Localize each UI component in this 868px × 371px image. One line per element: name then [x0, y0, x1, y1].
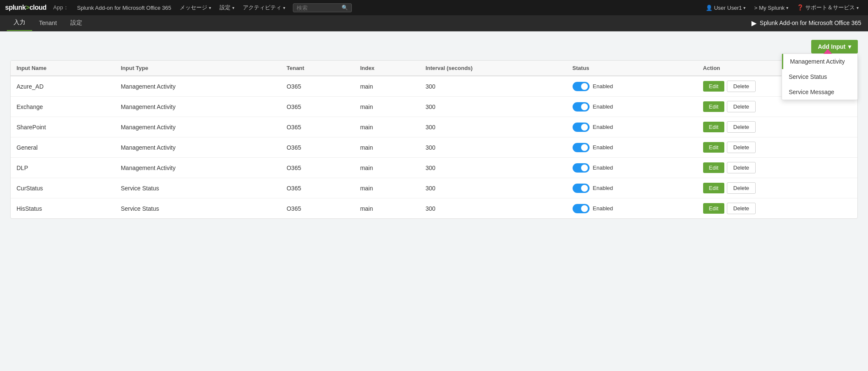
cell-action: Edit Delete: [697, 178, 857, 198]
status-toggle-wrap: Enabled: [573, 184, 691, 193]
nav-support[interactable]: ❓ サポート＆サービス ▾: [793, 0, 863, 15]
action-buttons: Edit Delete: [703, 121, 851, 133]
cell-interval: 300: [420, 137, 567, 158]
delete-button[interactable]: Delete: [727, 101, 756, 112]
delete-button[interactable]: Delete: [727, 162, 756, 173]
status-toggle-wrap: Enabled: [573, 82, 691, 91]
nav-settings[interactable]: 設定 ▾: [215, 0, 239, 15]
toggle-switch[interactable]: [573, 163, 590, 173]
toggle-switch[interactable]: [573, 184, 590, 193]
tab-input[interactable]: 入力: [7, 15, 32, 31]
nav-user[interactable]: 👤 User User1 ▾: [701, 0, 750, 15]
cell-tenant: O365: [281, 158, 354, 178]
cell-index: main: [354, 76, 420, 97]
dropdown-item-service-message[interactable]: Service Message: [782, 84, 857, 100]
cell-input-name: SharePoint: [11, 117, 115, 137]
tab-settings[interactable]: 設定: [64, 15, 89, 31]
cell-input-type: Service Status: [115, 198, 281, 219]
main-content: Add Input ▾ Management Activity Service …: [0, 31, 868, 227]
edit-button[interactable]: Edit: [703, 122, 724, 132]
cell-input-type: Management Activity: [115, 76, 281, 97]
action-buttons: Edit Delete: [703, 162, 851, 173]
cell-status: Enabled: [567, 158, 697, 178]
col-interval: Interval (seconds): [420, 61, 567, 76]
table-row: DLP Management Activity O365 main 300 En…: [11, 158, 857, 178]
edit-button[interactable]: Edit: [703, 162, 724, 173]
nav-messages[interactable]: メッセージ ▾: [175, 0, 215, 15]
edit-button[interactable]: Edit: [703, 203, 724, 214]
cell-tenant: O365: [281, 76, 354, 97]
toggle-slider[interactable]: [573, 184, 590, 193]
logo-text: splunk>cloud: [5, 4, 47, 11]
cell-input-type: Management Activity: [115, 137, 281, 158]
toggle-switch[interactable]: [573, 102, 590, 112]
logo[interactable]: splunk>cloud: [5, 4, 47, 11]
secondary-app-name: Splunk Add-on for Microsoft Office 365: [760, 20, 861, 26]
status-toggle-wrap: Enabled: [573, 143, 691, 152]
nav-mysplunk[interactable]: > My Splunk ▾: [750, 0, 793, 15]
toggle-slider[interactable]: [573, 102, 590, 112]
toggle-switch[interactable]: [573, 82, 590, 91]
cell-input-name: HisStatus: [11, 198, 115, 219]
cell-action: Edit Delete: [697, 137, 857, 158]
cell-status: Enabled: [567, 137, 697, 158]
action-buttons: Edit Delete: [703, 182, 851, 194]
col-input-type: Input Type: [115, 61, 281, 76]
toggle-slider[interactable]: [573, 204, 590, 213]
add-input-container: Add Input ▾ Management Activity Service …: [811, 40, 858, 53]
toggle-slider[interactable]: [573, 143, 590, 152]
table-header: Input Name Input Type Tenant Index Inter…: [11, 61, 857, 76]
action-buttons: Edit Delete: [703, 101, 851, 112]
action-buttons: Edit Delete: [703, 142, 851, 153]
dropdown-item-management-activity[interactable]: Management Activity: [782, 54, 857, 69]
inputs-table: Input Name Input Type Tenant Index Inter…: [10, 60, 858, 219]
tab-tenant[interactable]: Tenant: [32, 15, 64, 31]
status-toggle-wrap: Enabled: [573, 123, 691, 132]
toggle-slider[interactable]: [573, 82, 590, 91]
status-label: Enabled: [593, 83, 613, 89]
status-toggle-wrap: Enabled: [573, 102, 691, 112]
delete-button[interactable]: Delete: [727, 203, 756, 214]
delete-button[interactable]: Delete: [727, 121, 756, 133]
edit-button[interactable]: Edit: [703, 81, 724, 92]
cell-input-name: DLP: [11, 158, 115, 178]
cell-tenant: O365: [281, 137, 354, 158]
dropdown-item-service-status[interactable]: Service Status: [782, 69, 857, 84]
cell-input-name: Azure_AD: [11, 76, 115, 97]
cell-index: main: [354, 137, 420, 158]
cell-input-name: General: [11, 137, 115, 158]
edit-button[interactable]: Edit: [703, 142, 724, 153]
nav-activity[interactable]: アクティビティ ▾: [239, 0, 289, 15]
status-label: Enabled: [593, 185, 613, 191]
cell-tenant: O365: [281, 198, 354, 219]
cell-interval: 300: [420, 158, 567, 178]
delete-button[interactable]: Delete: [727, 182, 756, 194]
delete-button[interactable]: Delete: [727, 142, 756, 153]
app-name-nav[interactable]: Splunk Add-on for Microsoft Office 365: [73, 0, 175, 15]
cell-action: Edit Delete: [697, 198, 857, 219]
table-row: HisStatus Service Status O365 main 300 E…: [11, 198, 857, 219]
toggle-switch[interactable]: [573, 204, 590, 213]
edit-button[interactable]: Edit: [703, 101, 724, 112]
table-row: Azure_AD Management Activity O365 main 3…: [11, 76, 857, 97]
cell-interval: 300: [420, 178, 567, 198]
edit-button[interactable]: Edit: [703, 183, 724, 193]
status-label: Enabled: [593, 205, 613, 212]
table-row: SharePoint Management Activity O365 main…: [11, 117, 857, 137]
sec-nav-right: ▶ Splunk Add-on for Microsoft Office 365: [751, 19, 861, 27]
toggle-slider[interactable]: [573, 123, 590, 132]
toggle-slider[interactable]: [573, 163, 590, 173]
search-box[interactable]: 🔍: [293, 3, 352, 12]
search-input[interactable]: [297, 5, 339, 11]
cell-status: Enabled: [567, 178, 697, 198]
cell-interval: 300: [420, 76, 567, 97]
col-status: Status: [567, 61, 697, 76]
toggle-switch[interactable]: [573, 143, 590, 152]
add-input-button[interactable]: Add Input ▾: [811, 40, 858, 53]
add-input-dropdown: Management Activity Service Status Servi…: [782, 53, 858, 100]
cell-status: Enabled: [567, 76, 697, 97]
search-icon: 🔍: [342, 5, 348, 11]
toggle-switch[interactable]: [573, 123, 590, 132]
delete-button[interactable]: Delete: [727, 81, 756, 92]
dropdown-arrow: [823, 49, 832, 54]
